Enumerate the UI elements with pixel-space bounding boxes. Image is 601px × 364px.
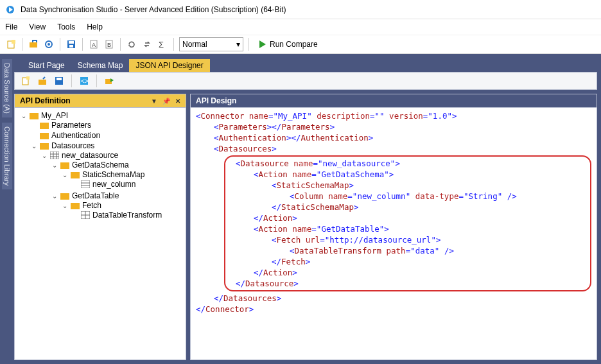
mode-select-value: Normal (182, 40, 207, 49)
separator (22, 38, 22, 51)
folder-icon (60, 191, 69, 200)
folder-icon (71, 201, 80, 210)
new-file-icon[interactable] (20, 75, 31, 87)
column-icon (81, 180, 90, 189)
doc-a-icon[interactable]: A (88, 39, 100, 50)
xml-line: </Action> (228, 267, 588, 278)
close-icon[interactable]: ✕ (175, 98, 180, 105)
mode-select[interactable]: Normal ▾ (179, 37, 243, 51)
expand-icon[interactable]: ⌄ (61, 171, 68, 178)
separator (248, 38, 249, 51)
menu-help[interactable]: Help (87, 22, 103, 31)
expand-icon[interactable]: ⌄ (20, 112, 27, 119)
menu-bar: File View Tools Help (0, 19, 601, 35)
xml-line: <Datasources> (196, 143, 591, 154)
document-tabs: Start Page Schema Map JSON API Designer (14, 58, 597, 72)
tree-parameters[interactable]: Parameters (30, 121, 183, 130)
tab-json-api-designer[interactable]: JSON API Designer (129, 59, 209, 72)
separator (82, 38, 83, 51)
designer-toolbar: <> (14, 72, 597, 90)
folder-icon (60, 160, 69, 169)
svg-rect-29 (50, 152, 59, 159)
sync-icon[interactable] (141, 39, 153, 50)
tab-start-page[interactable]: Start Page (22, 59, 71, 72)
run-compare-button[interactable]: Run Compare (254, 39, 323, 50)
tree-get-data-schema[interactable]: ⌄GetDataSchema (51, 160, 183, 169)
svg-rect-36 (81, 180, 90, 188)
side-tab-connection-library[interactable]: Connection Library (2, 123, 12, 189)
svg-rect-20 (57, 78, 62, 80)
xml-line: <Fetch url="http://datasource_url"> (228, 234, 588, 245)
save-icon[interactable] (65, 39, 77, 50)
expand-icon[interactable]: ⌄ (61, 202, 68, 209)
folder-icon (71, 170, 80, 179)
tree-new-datasource[interactable]: ⌄new_datasource (40, 151, 183, 160)
api-design-panel: API Design <Connector name="My_API" desc… (190, 94, 597, 360)
xml-line: </StaticSchemaMap> (228, 202, 588, 212)
xml-line: </Datasources> (196, 293, 591, 304)
expand-icon[interactable]: ⌄ (30, 143, 37, 150)
svg-text:B: B (107, 42, 111, 48)
folder-icon (30, 111, 39, 120)
new-project-icon[interactable] (5, 39, 17, 50)
run-icon[interactable] (103, 75, 115, 87)
window-title: Data Synchronisation Studio - Server Adv… (21, 5, 286, 14)
tree-get-data-table[interactable]: ⌄GetDataTable (51, 191, 183, 200)
tree-label: DataTableTransform (92, 211, 162, 220)
save-icon[interactable] (53, 75, 65, 87)
expand-icon[interactable]: ⌄ (51, 193, 58, 200)
api-definition-panel: API Definition ▼ 📌 ✕ ⌄My_API Parameters (14, 94, 186, 360)
tree-data-table-transform[interactable]: DataTableTransform (71, 211, 183, 220)
tree-fetch[interactable]: ⌄Fetch (61, 201, 183, 210)
open-icon[interactable] (28, 39, 39, 50)
expand-icon[interactable]: ⌄ (40, 152, 48, 159)
xml-line: <Action name="GetDataTable"> (228, 223, 588, 234)
menu-view[interactable]: View (29, 22, 46, 31)
left-sidebar: Data Source (A) Connection Library (0, 54, 14, 364)
transform-icon (81, 211, 90, 220)
tree-new-column[interactable]: new_column (71, 180, 183, 189)
tree-label: GetDataSchema (72, 160, 129, 169)
svg-rect-17 (26, 76, 30, 80)
tree-authentication[interactable]: Authentication (30, 131, 183, 140)
tree-label: GetDataTable (72, 191, 119, 200)
xml-line: <Parameters></Parameters> (196, 121, 591, 132)
refresh-icon[interactable] (126, 39, 137, 50)
pin-icon[interactable]: 📌 (162, 98, 170, 105)
api-design-xml-view[interactable]: <Connector name="My_API" description="" … (191, 108, 597, 360)
tree-label: My_API (41, 111, 68, 120)
xml-line: <Action name="GetDataSchema"> (228, 169, 588, 180)
folder-icon (40, 121, 49, 130)
tree-label: Authentication (51, 131, 100, 140)
svg-rect-35 (71, 172, 80, 178)
separator (96, 74, 97, 87)
svg-rect-25 (30, 113, 39, 119)
tree-static-schema-map[interactable]: ⌄StaticSchemaMap (61, 170, 183, 179)
tree-label: StaticSchemaMap (82, 170, 144, 179)
dropdown-icon[interactable]: ▼ (151, 98, 157, 105)
sigma-icon[interactable]: Σ (157, 39, 168, 50)
api-definition-header: API Definition ▼ 📌 ✕ (15, 94, 186, 108)
menu-file[interactable]: File (5, 22, 17, 31)
folder-icon (40, 141, 49, 150)
tree-datasources[interactable]: ⌄Datasources (30, 141, 183, 150)
xml-line: </Datasource> (228, 278, 588, 289)
tree-root[interactable]: ⌄My_API (20, 111, 183, 120)
svg-point-6 (48, 43, 50, 46)
doc-b-icon[interactable]: B (103, 39, 115, 50)
menu-tools[interactable]: Tools (57, 22, 75, 31)
code-icon[interactable]: <> (78, 75, 90, 87)
separator (173, 38, 174, 51)
highlighted-xml-block: <Datasource name="new_datasource"> <Acti… (224, 155, 591, 291)
svg-text:<>: <> (81, 78, 89, 85)
tab-schema-map[interactable]: Schema Map (71, 59, 130, 72)
run-compare-label: Run Compare (270, 40, 318, 49)
gear-icon[interactable] (43, 39, 55, 50)
tree-label: Datasources (51, 141, 94, 150)
side-tab-data-source-a[interactable]: Data Source (A) (2, 59, 12, 117)
expand-icon[interactable]: ⌄ (51, 162, 58, 169)
folder-icon (40, 131, 49, 140)
xml-line: <DataTableTransform path="data" /> (228, 245, 588, 256)
open-folder-icon[interactable] (37, 75, 48, 87)
xml-line: <Column name="new_column" data-type="Str… (228, 191, 588, 202)
